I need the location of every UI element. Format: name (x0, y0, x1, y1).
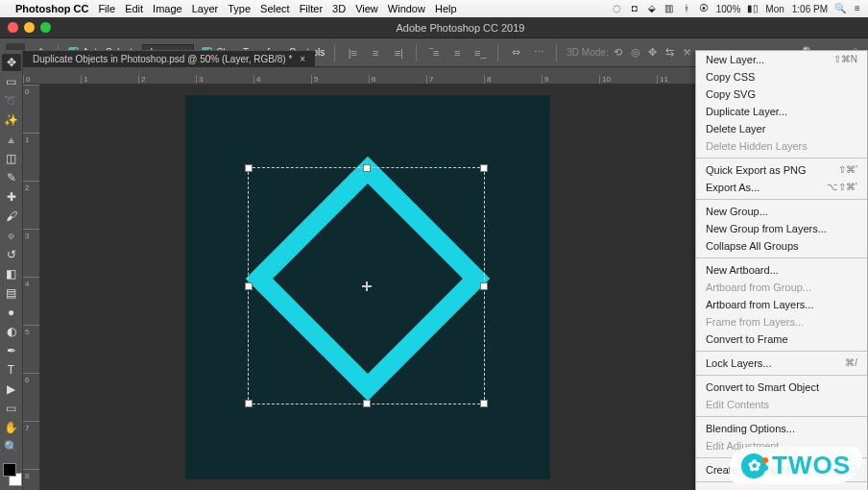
brush-tool[interactable]: 🖌 (2, 208, 21, 225)
menubar-layer[interactable]: Layer (192, 3, 219, 14)
status-spotlight-icon[interactable]: 🔍 (835, 4, 845, 13)
menu-item[interactable]: Convert to Frame (696, 331, 867, 348)
path-select-tool[interactable]: ▶ (2, 380, 21, 398)
move-tool[interactable]: ✥ (2, 54, 21, 71)
align-left-icon[interactable]: |≡ (345, 45, 360, 61)
menu-item[interactable]: Quick Export as PNG⇧⌘' (696, 161, 867, 179)
slide-3d-icon[interactable]: ⇆ (663, 45, 678, 61)
align-top-icon[interactable]: ‾≡ (426, 45, 442, 61)
transform-bounding-box[interactable] (248, 167, 485, 404)
close-tab-icon[interactable]: × (300, 54, 305, 64)
status-battery-icon[interactable]: ▮▯ (748, 4, 758, 13)
menubar-type[interactable]: Type (228, 3, 251, 14)
menubar-file[interactable]: File (98, 3, 115, 14)
status-dropbox-icon[interactable]: ⬙ (647, 4, 657, 13)
eraser-tool[interactable]: ◧ (2, 265, 21, 282)
menu-item[interactable]: New Layer...⇧⌘N (696, 51, 867, 68)
document-tab[interactable]: Duplicate Objects in Photoshop.psd @ 50%… (23, 50, 315, 67)
menu-item[interactable]: Delete Layer (696, 120, 867, 137)
eyedropper-tool[interactable]: ✎ (2, 169, 21, 186)
ruler-vertical[interactable]: 0123456789 (23, 85, 40, 490)
transform-handle-bottom-left[interactable] (245, 400, 253, 407)
ruler-horizontal[interactable]: 0123456789101112 (23, 67, 695, 85)
status-wifi-icon[interactable]: ⦿ (699, 4, 709, 13)
ruler-tick: 8 (23, 469, 39, 490)
status-display-icon[interactable]: ▥ (664, 4, 674, 13)
transform-handle-middle-right[interactable] (480, 282, 488, 290)
menubar-window[interactable]: Window (388, 3, 425, 14)
align-right-icon[interactable]: ≡| (391, 45, 406, 61)
menu-item-label: Artboard from Group... (706, 282, 811, 293)
menubar-help[interactable]: Help (435, 3, 457, 14)
distribute-h-icon[interactable]: ⇔ (508, 45, 523, 61)
transform-center-icon[interactable] (362, 282, 372, 291)
canvas-area[interactable] (40, 85, 695, 490)
window-close-button[interactable] (8, 22, 18, 33)
dodge-tool[interactable]: ◐ (2, 323, 21, 340)
status-notify-icon[interactable]: ◘ (630, 4, 639, 13)
status-siri-icon[interactable]: ≡ (853, 4, 862, 13)
spot-heal-tool[interactable]: ✚ (2, 188, 21, 206)
color-swatches[interactable] (1, 461, 22, 486)
document-canvas[interactable] (185, 95, 550, 479)
menu-item[interactable]: Blending Options... (696, 420, 867, 437)
align-center-v-icon[interactable]: ≡ (449, 45, 465, 61)
app-name[interactable]: Photoshop CC (15, 3, 88, 14)
status-cc-icon[interactable]: ◌ (613, 4, 622, 13)
frame-tool[interactable]: ◫ (2, 150, 21, 167)
menu-item[interactable]: Lock Layers...⌘/ (696, 355, 867, 372)
transform-handle-bottom-right[interactable] (480, 400, 488, 407)
magic-wand-tool[interactable]: ✨ (2, 111, 21, 129)
hand-tool[interactable]: ✋ (2, 419, 21, 436)
lasso-tool[interactable]: ➰ (2, 92, 21, 110)
scale-3d-icon[interactable]: ⤧ (680, 45, 695, 61)
window-maximize-button[interactable] (40, 22, 51, 33)
menubar-image[interactable]: Image (153, 3, 182, 14)
gradient-tool[interactable]: ▤ (2, 284, 21, 302)
menu-item[interactable]: Collapse All Groups (696, 237, 867, 255)
window-minimize-button[interactable] (24, 22, 35, 33)
menu-item-label: Convert to Smart Object (706, 381, 819, 393)
menu-item[interactable]: Export As...⌥⇧⌘' (696, 179, 867, 196)
menu-item[interactable]: New Artboard... (696, 261, 867, 279)
pan-3d-icon[interactable]: ✥ (645, 45, 661, 61)
menu-item[interactable]: Convert to Smart Object (696, 379, 867, 396)
ruler-tick: 5 (23, 325, 39, 373)
align-center-h-icon[interactable]: ≡ (368, 45, 383, 61)
menubar-view[interactable]: View (355, 3, 378, 14)
menu-item[interactable]: Copy CSS (696, 68, 867, 86)
ruler-tick: 9 (542, 75, 599, 84)
transform-handle-top-left[interactable] (245, 164, 253, 172)
orbit-3d-icon[interactable]: ⟲ (611, 45, 626, 61)
ruler-tick: 4 (23, 277, 39, 325)
transform-handle-top-right[interactable] (480, 164, 488, 172)
type-tool[interactable]: T (2, 361, 21, 379)
transform-handle-top-middle[interactable] (363, 164, 371, 172)
menubar-select[interactable]: Select (260, 3, 290, 14)
menu-item[interactable]: Duplicate Layer... (696, 103, 867, 120)
crop-tool[interactable]: ⟁ (2, 131, 21, 148)
menu-item[interactable]: New Group from Layers... (696, 220, 867, 237)
shape-tool[interactable]: ▭ (2, 400, 21, 417)
roll-3d-icon[interactable]: ◎ (628, 45, 643, 61)
status-battery-percent: 100% (716, 4, 741, 14)
marquee-tool[interactable]: ▭ (2, 73, 21, 90)
menu-item[interactable]: Artboard from Layers... (696, 296, 867, 313)
foreground-color-swatch[interactable] (3, 463, 16, 477)
transform-handle-middle-left[interactable] (245, 282, 253, 290)
more-align-icon[interactable]: ⋯ (531, 45, 546, 61)
pen-tool[interactable]: ✒ (2, 342, 21, 359)
menubar-edit[interactable]: Edit (125, 3, 143, 14)
menu-item[interactable]: Copy SVG (696, 86, 867, 103)
history-brush-tool[interactable]: ↺ (2, 246, 21, 263)
transform-handle-bottom-middle[interactable] (363, 400, 371, 407)
status-bluetooth-icon[interactable]: ᚼ (682, 4, 691, 13)
blur-tool[interactable]: ● (2, 304, 21, 321)
clone-stamp-tool[interactable]: ⟐ (2, 227, 21, 244)
menubar-filter[interactable]: Filter (300, 3, 323, 14)
zoom-tool[interactable]: 🔍 (2, 438, 21, 455)
menubar-3d[interactable]: 3D (332, 3, 346, 14)
align-bottom-icon[interactable]: ≡_ (472, 45, 488, 61)
menu-item[interactable]: New Group... (696, 203, 867, 220)
ruler-tick: 10 (599, 75, 657, 84)
